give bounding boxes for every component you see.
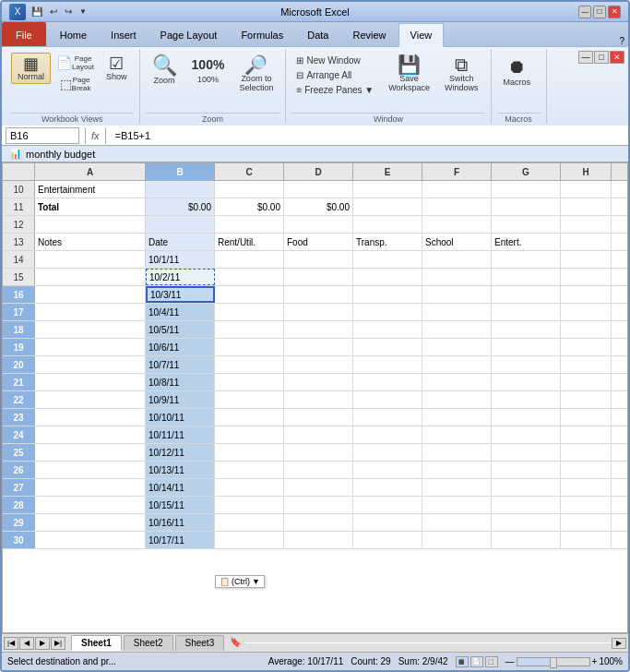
- cell[interactable]: [215, 269, 284, 285]
- cell[interactable]: [422, 409, 492, 426]
- cell[interactable]: [492, 479, 561, 496]
- row-number[interactable]: 25: [3, 444, 35, 461]
- cell[interactable]: [353, 391, 422, 408]
- cell[interactable]: [353, 304, 422, 320]
- cell[interactable]: [492, 497, 561, 513]
- cell[interactable]: [612, 497, 627, 513]
- cell[interactable]: [492, 216, 561, 233]
- cell[interactable]: [353, 321, 422, 338]
- cell[interactable]: [492, 269, 561, 285]
- cell[interactable]: [422, 321, 492, 338]
- row-number[interactable]: 16: [3, 286, 35, 303]
- cell[interactable]: [422, 374, 492, 390]
- row-number[interactable]: 24: [3, 426, 35, 443]
- cell[interactable]: [353, 339, 422, 355]
- cell[interactable]: [561, 479, 612, 496]
- cell[interactable]: [353, 479, 422, 496]
- sheet-nav-next[interactable]: ▶: [35, 637, 50, 650]
- cell[interactable]: $0.00: [146, 198, 215, 215]
- cell-reference-box[interactable]: [6, 127, 79, 144]
- switch-windows-button[interactable]: ⧉ SwitchWindows: [438, 53, 485, 95]
- cell[interactable]: Rent/Util.: [215, 234, 284, 250]
- layout-view-status-btn[interactable]: 📄: [470, 656, 483, 667]
- minimize-button[interactable]: —: [578, 6, 591, 18]
- tab-data[interactable]: Data: [295, 22, 340, 46]
- cell[interactable]: [561, 286, 612, 303]
- cell[interactable]: [492, 356, 561, 373]
- col-header-I[interactable]: I: [612, 163, 628, 180]
- paste-options-tooltip[interactable]: 📋 (Ctrl) ▼: [215, 575, 265, 588]
- cell[interactable]: Food: [284, 234, 353, 250]
- cell[interactable]: [422, 304, 492, 320]
- cell[interactable]: [612, 216, 627, 233]
- cell[interactable]: 10/9/11: [146, 391, 215, 408]
- cell[interactable]: [612, 304, 627, 320]
- cell[interactable]: [492, 321, 561, 338]
- sheet-nav-first[interactable]: |◀: [4, 637, 18, 650]
- cell[interactable]: [422, 391, 492, 408]
- cell[interactable]: [215, 286, 284, 303]
- cell[interactable]: [284, 391, 353, 408]
- cell[interactable]: $0.00: [284, 198, 353, 215]
- cell[interactable]: 10/6/11: [146, 339, 215, 355]
- cell[interactable]: [35, 532, 146, 548]
- cell[interactable]: [353, 497, 422, 513]
- cell[interactable]: [492, 409, 561, 426]
- row-number[interactable]: 30: [3, 532, 35, 548]
- cell[interactable]: [215, 532, 284, 548]
- row-number[interactable]: 29: [3, 514, 35, 531]
- cell[interactable]: [35, 514, 146, 531]
- tab-formulas[interactable]: Formulas: [229, 22, 295, 46]
- cell[interactable]: [422, 356, 492, 373]
- cell[interactable]: 10/10/11: [146, 409, 215, 426]
- cell[interactable]: [284, 216, 353, 233]
- cell[interactable]: [561, 514, 612, 531]
- cell[interactable]: [353, 532, 422, 548]
- cell[interactable]: [492, 286, 561, 303]
- cell[interactable]: [215, 321, 284, 338]
- row-number[interactable]: 17: [3, 304, 35, 320]
- cell[interactable]: [353, 426, 422, 443]
- cell[interactable]: [612, 391, 627, 408]
- cell[interactable]: 10/12/11: [146, 444, 215, 461]
- cell[interactable]: [215, 444, 284, 461]
- cell[interactable]: [612, 374, 627, 390]
- formula-input[interactable]: [112, 129, 624, 142]
- save-workspace-button[interactable]: 💾 SaveWorkspace: [382, 53, 436, 95]
- cell[interactable]: [422, 479, 492, 496]
- cell[interactable]: [561, 374, 612, 390]
- cell[interactable]: [35, 304, 146, 320]
- cell[interactable]: [561, 269, 612, 285]
- row-number[interactable]: 26: [3, 462, 35, 478]
- zoom-in-btn[interactable]: +: [592, 656, 598, 666]
- cell[interactable]: [422, 532, 492, 548]
- cell[interactable]: [284, 426, 353, 443]
- save-quick-btn[interactable]: 💾: [30, 6, 44, 18]
- freeze-panes-button[interactable]: ≡ Freeze Panes ▼: [291, 83, 378, 97]
- cell[interactable]: [492, 198, 561, 215]
- zoom-control[interactable]: — + 100%: [505, 656, 623, 666]
- cell[interactable]: [215, 339, 284, 355]
- cell[interactable]: [35, 321, 146, 338]
- normal-view-status-btn[interactable]: ▦: [456, 656, 469, 667]
- row-number[interactable]: 23: [3, 409, 35, 426]
- cell[interactable]: [561, 198, 612, 215]
- cell[interactable]: [353, 251, 422, 268]
- cell[interactable]: [492, 374, 561, 390]
- cell[interactable]: [35, 462, 146, 478]
- cell[interactable]: 10/4/11: [146, 304, 215, 320]
- cell[interactable]: 10/16/11: [146, 514, 215, 531]
- cell[interactable]: [561, 304, 612, 320]
- inner-close-btn[interactable]: ✕: [610, 51, 624, 64]
- cell[interactable]: [422, 514, 492, 531]
- cell[interactable]: [35, 356, 146, 373]
- cell[interactable]: [353, 198, 422, 215]
- cell[interactable]: [612, 444, 627, 461]
- cell[interactable]: [492, 339, 561, 355]
- cell[interactable]: [561, 409, 612, 426]
- row-number[interactable]: 11: [3, 198, 35, 215]
- insert-sheet-btn[interactable]: 🔖: [226, 635, 244, 651]
- cell[interactable]: [422, 269, 492, 285]
- cell[interactable]: [422, 426, 492, 443]
- cell[interactable]: [612, 198, 627, 215]
